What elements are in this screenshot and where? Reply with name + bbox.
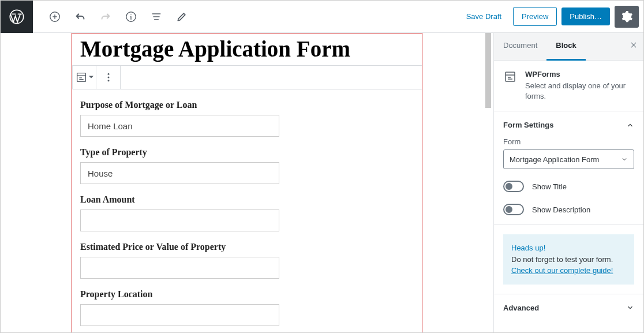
edit-button[interactable] (171, 6, 192, 27)
form-field: Estimated Price or Value of Property (80, 242, 414, 279)
scroll-thumb[interactable] (485, 33, 491, 108)
form-field: Property Location (80, 289, 414, 326)
field-input-loan-amount[interactable] (80, 209, 279, 231)
workspace: Mortgage Application Form Purpose of Mor… (1, 33, 643, 332)
form-select-value: Mortgage Application Form (510, 155, 599, 164)
form-body: Purpose of Mortgage or Loan Type of Prop… (72, 89, 422, 332)
form-settings-panel: Form Settings Form Mortgage Application … (494, 111, 643, 225)
outline-button[interactable] (146, 6, 167, 27)
preview-button[interactable]: Preview (513, 7, 557, 26)
close-sidebar-icon[interactable] (624, 33, 643, 60)
field-input-purpose[interactable] (80, 115, 279, 137)
field-label: Estimated Price or Value of Property (80, 242, 414, 252)
field-label: Property Location (80, 289, 414, 300)
undo-button[interactable] (70, 6, 91, 27)
tab-block[interactable]: Block (546, 33, 585, 61)
chevron-down-icon (621, 156, 628, 163)
toggle-label: Show Description (532, 205, 590, 214)
toggle-show-title-row: Show Title (503, 181, 634, 192)
panel-header[interactable]: Form Settings (503, 121, 634, 129)
editor-area: Mortgage Application Form Purpose of Mor… (1, 33, 493, 332)
top-toolbar: Save Draft Preview Publish… (1, 1, 643, 33)
field-label: Purpose of Mortgage or Loan (80, 100, 414, 110)
wpforms-icon (503, 70, 517, 102)
block-info-title: WPForms (525, 70, 634, 78)
field-input-property-location[interactable] (80, 304, 279, 326)
field-label: Type of Property (80, 147, 414, 158)
form-select-label: Form (503, 137, 634, 146)
form-field: Type of Property (80, 147, 414, 184)
toggle-show-title[interactable] (503, 181, 524, 192)
form-select[interactable]: Mortgage Application Form (503, 149, 634, 169)
chevron-up-icon (626, 121, 634, 129)
sidebar-tabs: Document Block (494, 33, 643, 61)
tab-document[interactable]: Document (494, 33, 546, 60)
field-input-property-type[interactable] (80, 162, 279, 184)
block-toolbar (72, 65, 422, 89)
panel-title: Form Settings (503, 121, 553, 129)
field-label: Loan Amount (80, 194, 414, 205)
redo-button[interactable] (95, 6, 116, 27)
notice-heading: Heads up! (511, 244, 545, 252)
wordpress-logo[interactable] (1, 1, 33, 33)
svg-rect-7 (506, 72, 515, 81)
form-field: Loan Amount (80, 194, 414, 231)
toggle-label: Show Title (532, 182, 567, 191)
svg-point-5 (107, 77, 109, 78)
settings-button[interactable] (615, 6, 639, 28)
toggle-show-desc-row: Show Description (503, 204, 634, 215)
publish-button[interactable]: Publish… (561, 8, 610, 25)
scrollbar[interactable] (483, 33, 492, 332)
notice-box: Heads up! Do not forget to test your for… (503, 234, 634, 285)
info-button[interactable] (121, 6, 141, 27)
selected-block[interactable]: Mortgage Application Form Purpose of Mor… (72, 33, 422, 332)
advanced-panel[interactable]: Advanced (494, 294, 643, 321)
svg-point-6 (107, 80, 109, 81)
advanced-label: Advanced (503, 304, 539, 312)
notice-link[interactable]: Check out our complete guide! (511, 266, 613, 275)
svg-point-4 (107, 73, 109, 75)
block-info-text: WPForms Select and display one of your f… (525, 70, 634, 102)
toggle-show-desc[interactable] (503, 204, 524, 215)
page-title[interactable]: Mortgage Application Form (72, 33, 422, 65)
toolbar-right: Save Draft Preview Publish… (459, 6, 643, 28)
chevron-down-icon (626, 304, 634, 312)
block-info-desc: Select and display one of your forms. (525, 81, 634, 102)
field-input-estimated-price[interactable] (80, 257, 279, 279)
save-draft-button[interactable]: Save Draft (459, 8, 508, 25)
form-field: Purpose of Mortgage or Loan (80, 100, 414, 137)
panel-body: Form Mortgage Application Form Show Titl… (503, 129, 634, 215)
block-type-icon[interactable] (72, 66, 96, 89)
block-info: WPForms Select and display one of your f… (494, 61, 643, 111)
toolbar-left (33, 6, 192, 27)
add-block-button[interactable] (44, 6, 65, 27)
block-more-icon[interactable] (96, 66, 121, 89)
notice-body: Do not forget to test your form. (511, 255, 613, 264)
settings-sidebar: Document Block WPForms Select and displa… (493, 33, 643, 332)
svg-rect-3 (77, 73, 86, 82)
